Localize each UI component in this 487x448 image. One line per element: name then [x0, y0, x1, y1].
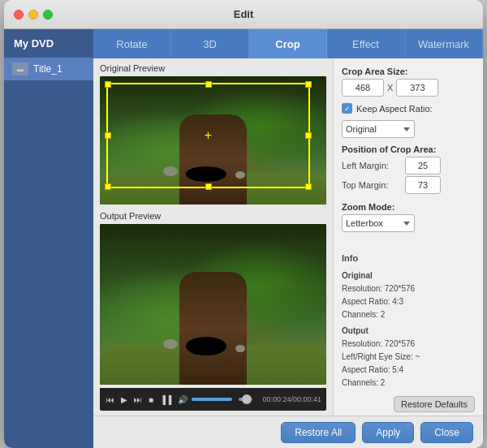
crop-height-input[interactable]	[396, 79, 438, 97]
content-area: Rotate 3D Crop Effect Watermark	[93, 29, 483, 448]
aspect-ratio-select[interactable]: Original	[342, 120, 415, 138]
info-original-channels: Channels: 2	[342, 308, 475, 321]
main-layout: My DVD ▬ Title_1 Rotate 3D Crop	[4, 29, 483, 448]
sidebar-title: My DVD	[4, 29, 93, 58]
keep-aspect-row: ✓ Keep Aspect Ratio:	[342, 103, 475, 114]
volume-area: 🔊	[176, 394, 232, 406]
output-video-content	[100, 224, 326, 385]
tab-3d[interactable]: 3D	[171, 29, 249, 58]
tab-rotate[interactable]: Rotate	[93, 29, 171, 58]
info-output-label: Output	[342, 325, 475, 338]
zoom-mode-label: Zoom Mode:	[342, 202, 475, 212]
zoom-mode-section: Zoom Mode: Letterbox	[342, 202, 475, 232]
window-title: Edit	[234, 8, 254, 20]
crop-area-size-label: Crop Area Size:	[342, 67, 475, 76]
restore-defaults-button[interactable]: Restore Defaults	[394, 396, 475, 412]
info-original-aspect: Aspect Ratio: 4:3	[342, 295, 475, 308]
tab-bar: Rotate 3D Crop Effect Watermark	[93, 29, 483, 58]
tab-crop[interactable]: Crop	[249, 29, 327, 58]
sidebar-item-title1[interactable]: ▬ Title_1	[4, 58, 93, 80]
top-margin-row: Top Margin:	[342, 176, 475, 194]
zoom-mode-select[interactable]: Letterbox	[342, 214, 415, 232]
crop-width-input[interactable]	[342, 79, 384, 97]
apply-button[interactable]: Apply	[362, 422, 414, 443]
close-button[interactable]	[14, 10, 24, 19]
tree-trunk	[179, 114, 248, 205]
traffic-lights	[14, 10, 53, 19]
info-output-channels: Channels: 2	[342, 377, 475, 390]
tab-effect[interactable]: Effect	[327, 29, 405, 58]
volume-bar[interactable]	[192, 398, 232, 401]
position-section: Position of Crop Area: Left Margin: Top …	[342, 144, 475, 196]
playback-controls: ⏮ ▶ ⏭ ■ ▐▐ 🔊	[100, 388, 326, 411]
edit-window: Edit My DVD ▬ Title_1 Rotate 3D	[4, 0, 483, 448]
stop-button[interactable]: ■	[147, 394, 155, 406]
info-title: Info	[342, 252, 475, 266]
volume-icon[interactable]: 🔊	[176, 394, 189, 406]
maximize-button[interactable]	[43, 10, 53, 19]
progress-thumb[interactable]	[242, 394, 252, 404]
info-original-label: Original	[342, 269, 475, 282]
play-button[interactable]: ▶	[119, 394, 129, 406]
keep-aspect-label: Keep Aspect Ratio:	[356, 104, 433, 114]
info-original-resolution: Resolution: 720*576	[342, 282, 475, 295]
info-output-aspect: Aspect Ratio: 5:4	[342, 364, 475, 377]
bottom-bar: Restore All Apply Close	[93, 416, 483, 448]
original-preview: +	[100, 76, 326, 205]
titlebar: Edit	[4, 0, 483, 29]
end-button[interactable]: ▐▐	[158, 394, 173, 406]
file-icon: ▬	[12, 62, 28, 75]
size-row: X	[342, 79, 475, 97]
right-panel: Crop Area Size: X ✓ Keep Aspect Ratio:	[333, 58, 483, 416]
tree-hole	[186, 166, 226, 182]
x-separator: X	[387, 83, 393, 93]
keep-aspect-checkbox[interactable]: ✓	[342, 103, 352, 114]
time-display: 00:00:24/00:00:41	[262, 395, 321, 403]
original-video-content: +	[100, 76, 326, 205]
info-output-resolution: Resolution: 720*576	[342, 338, 475, 351]
left-margin-row: Left Margin:	[342, 157, 475, 174]
close-button[interactable]: Close	[420, 422, 473, 443]
restore-all-button[interactable]: Restore All	[281, 422, 356, 443]
top-margin-input[interactable]	[405, 176, 441, 194]
checkmark-icon: ✓	[344, 105, 351, 113]
info-output-eye-size: Left/Right Eye Size: ~	[342, 351, 475, 364]
top-margin-label: Top Margin:	[342, 180, 400, 190]
preview-panel: Original Preview	[93, 58, 333, 416]
minimize-button[interactable]	[28, 10, 38, 19]
output-tree-trunk	[179, 272, 248, 385]
tab-watermark[interactable]: Watermark	[405, 29, 483, 58]
aspect-select-row: Original	[342, 120, 475, 138]
original-preview-label: Original Preview	[100, 63, 326, 73]
content-body: Original Preview	[93, 58, 483, 416]
left-margin-input[interactable]	[405, 157, 441, 174]
position-label: Position of Crop Area:	[342, 144, 475, 154]
sidebar-item-label: Title_1	[33, 63, 62, 75]
play-back-to-start-button[interactable]: ⏮	[105, 394, 116, 406]
info-section: Info Original Resolution: 720*576 Aspect…	[342, 252, 475, 390]
left-margin-label: Left Margin:	[342, 161, 400, 170]
output-preview	[100, 224, 326, 385]
output-preview-label: Output Preview	[100, 211, 326, 221]
step-forward-button[interactable]: ⏭	[132, 394, 144, 406]
crop-area-size-section: Crop Area Size: X	[342, 67, 475, 97]
progress-bar[interactable]	[239, 398, 252, 401]
sidebar: My DVD ▬ Title_1	[4, 29, 93, 448]
